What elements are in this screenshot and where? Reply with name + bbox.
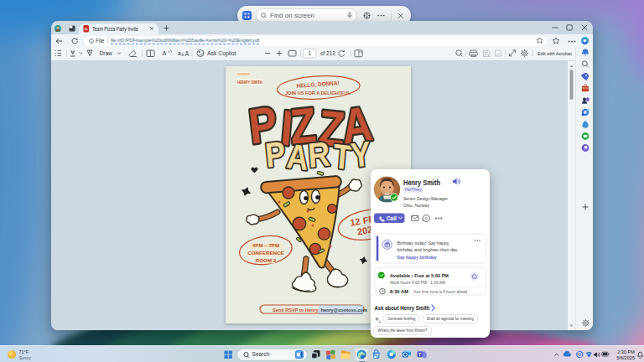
- svg-text:4PM – 7PM: 4PM – 7PM: [252, 242, 279, 248]
- svg-text:What's the latest from Kristin: What's the latest from Kristin?: [378, 328, 428, 333]
- svg-text:Edit with Acrobat: Edit with Acrobat: [538, 51, 572, 56]
- svg-text:Senior Design Manager: Senior Design Manager: [403, 196, 448, 201]
- svg-text:Generate briefing: Generate briefing: [388, 316, 416, 321]
- svg-text:Team Pizza Party Invite: Team Pizza Party Invite: [92, 26, 138, 33]
- svg-text:5/6/2025: 5/6/2025: [616, 355, 635, 360]
- svg-text:Available • Free at 5:00 PM: Available • Free at 5:00 PM: [390, 273, 449, 278]
- svg-text:Draw: Draw: [100, 50, 113, 56]
- svg-text:Ask about Henry Smith: Ask about Henry Smith: [375, 304, 430, 312]
- svg-text:HOSTED BY:: HOSTED BY:: [237, 73, 251, 76]
- svg-text:Ask Copilot: Ask Copilot: [207, 50, 236, 57]
- svg-text:JOIN US FOR A DELIGHTFUL: JOIN US FOR A DELIGHTFUL: [285, 90, 351, 96]
- svg-text:· Your time zone is 9 hours ah: · Your time zone is 9 hours ahead: [411, 289, 467, 294]
- svg-text:birthday and brighten their da: birthday and brighten their day: [397, 247, 458, 252]
- svg-text:Send RSVP to Henry:: Send RSVP to Henry:: [273, 308, 320, 313]
- svg-text:Search: Search: [252, 351, 270, 357]
- svg-text:CONFERENCE: CONFERENCE: [247, 250, 283, 256]
- svg-text:Work hours 5:00 PM - 1:00 AM: Work hours 5:00 PM - 1:00 AM: [390, 280, 445, 285]
- svg-text:Draft an agenda for meeting: Draft an agenda for meeting: [427, 316, 474, 321]
- svg-text:HENRY SMITH: HENRY SMITH: [237, 80, 262, 85]
- svg-text:Oslo, Norway: Oslo, Norway: [403, 203, 429, 208]
- svg-text:Birthday today! Say happy: Birthday today! Say happy: [397, 240, 449, 246]
- svg-text:Sunny: Sunny: [19, 355, 32, 360]
- svg-text:2:30 PM: 2:30 PM: [617, 349, 635, 354]
- svg-text:b: b: [182, 52, 184, 57]
- svg-text:He/They: He/They: [405, 187, 422, 192]
- svg-text:8:30 AM: 8:30 AM: [390, 289, 408, 294]
- svg-text:ROOM 2: ROOM 2: [256, 257, 277, 263]
- svg-text:A: A: [163, 49, 167, 57]
- svg-text:1: 1: [309, 50, 312, 56]
- svg-text:Henry Smith: Henry Smith: [403, 178, 440, 187]
- svg-text:Say happy birthday: Say happy birthday: [397, 255, 438, 260]
- svg-text:henry@contoso.com: henry@contoso.com: [321, 308, 368, 313]
- svg-text:of 213: of 213: [320, 50, 335, 56]
- svg-text:a: a: [178, 50, 181, 56]
- svg-text:Call: Call: [387, 215, 397, 221]
- svg-text:71°F: 71°F: [19, 349, 29, 354]
